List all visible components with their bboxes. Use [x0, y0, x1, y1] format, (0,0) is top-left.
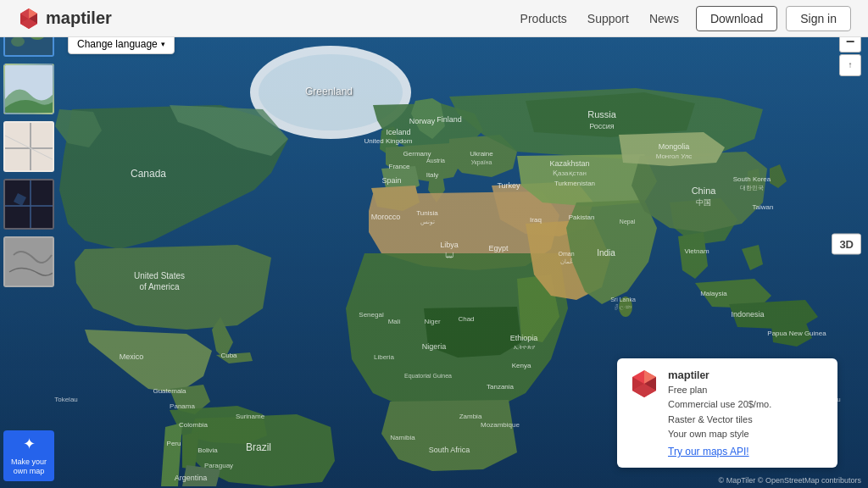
svg-text:Tanzania: Tanzania	[487, 383, 515, 391]
signin-button[interactable]: Sign in	[786, 6, 851, 31]
svg-text:Brazil: Brazil	[246, 441, 271, 453]
svg-text:Italy: Italy	[426, 171, 439, 179]
svg-text:Bolivia: Bolivia	[198, 446, 218, 454]
svg-text:Vietnam: Vietnam	[684, 247, 709, 255]
attribution: © MapTiler © OpenStreetMap contributors	[719, 476, 862, 485]
dropdown-arrow-icon: ▾	[161, 40, 165, 48]
svg-text:South Korea: South Korea	[733, 175, 771, 183]
svg-text:ኢትዮጵያ: ኢትዮጵያ	[514, 344, 536, 350]
svg-text:Pakistan: Pakistan	[569, 214, 595, 221]
3d-button[interactable]: 3D	[832, 234, 861, 255]
thumb-dark[interactable]	[3, 179, 54, 230]
svg-text:Iceland: Iceland	[386, 128, 410, 136]
svg-text:Senegal: Senegal	[359, 311, 384, 319]
info-features: Raster & Vector tiles	[668, 413, 771, 428]
svg-text:Suriname: Suriname	[236, 413, 265, 420]
svg-text:Russia: Russia	[587, 109, 617, 119]
make-map-icon: ✦	[23, 435, 36, 454]
svg-text:Panama: Panama	[170, 402, 195, 410]
info-style: Your own map style	[668, 427, 771, 442]
svg-text:Austria: Austria	[426, 158, 445, 164]
svg-text:Morocco: Morocco	[371, 213, 401, 221]
svg-text:Kenya: Kenya	[512, 362, 531, 369]
svg-text:Mali: Mali	[388, 318, 401, 325]
svg-text:South Africa: South Africa	[429, 446, 470, 454]
info-panel: maptiler Free plan Commercial use 20$/mo…	[617, 358, 837, 468]
svg-text:India: India	[597, 248, 615, 258]
svg-text:United States: United States	[134, 271, 185, 280]
svg-text:China: China	[692, 186, 717, 196]
svg-text:of America: of America	[139, 282, 180, 291]
svg-text:Taiwan: Taiwan	[753, 203, 774, 211]
svg-text:Mexico: Mexico	[120, 352, 144, 361]
header: maptiler Products Support News Download …	[0, 0, 868, 37]
try-api-link[interactable]: Try our maps API!	[668, 446, 771, 458]
info-panel-logo	[629, 369, 659, 399]
svg-text:ليبيا: ليبيا	[445, 252, 453, 259]
svg-text:Indonesia: Indonesia	[731, 310, 764, 319]
svg-text:Россия: Россия	[589, 122, 615, 130]
svg-text:Egypt: Egypt	[488, 244, 509, 252]
svg-text:Turkmenistan: Turkmenistan	[554, 180, 595, 187]
svg-rect-97	[5, 180, 54, 230]
svg-text:Liberia: Liberia	[374, 353, 395, 361]
svg-text:Namibia: Namibia	[390, 434, 415, 441]
svg-text:Guatemala: Guatemala	[153, 387, 186, 395]
compass-button[interactable]: ↑	[839, 54, 861, 76]
svg-text:Finland: Finland	[437, 115, 462, 124]
nav-products[interactable]: Products	[520, 12, 567, 25]
svg-text:Kazakhstan: Kazakhstan	[549, 159, 589, 168]
make-map-label: Make yourown map	[11, 458, 47, 477]
svg-text:Germany: Germany	[403, 150, 431, 158]
svg-text:تونس: تونس	[420, 219, 435, 225]
svg-text:Libya: Libya	[440, 241, 459, 249]
thumb-grey[interactable]	[3, 236, 54, 287]
info-free-plan: Free plan	[668, 383, 771, 398]
svg-text:Spain: Spain	[381, 176, 401, 185]
svg-text:Sri Lanka: Sri Lanka	[610, 297, 636, 302]
svg-rect-100	[5, 238, 54, 287]
svg-text:Canada: Canada	[131, 168, 166, 180]
logo-text: maptiler	[46, 8, 112, 28]
svg-text:中国: 中国	[696, 198, 711, 207]
svg-text:Ethiopia: Ethiopia	[510, 334, 538, 342]
logo: maptiler	[17, 7, 112, 30]
svg-text:Iraq: Iraq	[530, 216, 542, 224]
svg-text:ශ්‍රී ලංකා: ශ්‍රී ලංකා	[614, 304, 632, 310]
svg-text:Монгол Улс: Монгол Улс	[656, 152, 693, 160]
svg-text:Nigeria: Nigeria	[422, 342, 447, 351]
svg-text:Cuba: Cuba	[220, 352, 237, 359]
svg-text:Malaysia: Malaysia	[700, 290, 727, 297]
svg-text:Tunisia: Tunisia	[416, 209, 438, 217]
svg-text:Ukraine: Ukraine	[470, 150, 493, 158]
svg-text:United Kingdom: United Kingdom	[364, 137, 413, 145]
svg-text:Mozambique: Mozambique	[481, 421, 520, 429]
svg-text:Mongolia: Mongolia	[659, 142, 690, 151]
nav-news[interactable]: News	[649, 12, 679, 25]
svg-text:Norway: Norway	[409, 117, 436, 125]
svg-text:Nepal: Nepal	[620, 219, 636, 225]
svg-text:대한민국: 대한민국	[740, 185, 764, 191]
svg-text:Greenland: Greenland	[305, 86, 353, 97]
nav-support[interactable]: Support	[587, 12, 629, 25]
svg-text:Argentina: Argentina	[175, 474, 208, 482]
svg-text:Oman: Oman	[558, 251, 574, 257]
make-map-button[interactable]: ✦ Make yourown map	[3, 430, 54, 481]
svg-text:عُمان: عُمان	[560, 258, 573, 265]
svg-text:Equatorial Guinea: Equatorial Guinea	[404, 373, 452, 380]
svg-text:Tokelau: Tokelau	[54, 396, 78, 403]
thumb-topo[interactable]	[3, 64, 54, 114]
svg-text:Peru: Peru	[167, 440, 181, 447]
svg-text:Chad: Chad	[458, 315, 474, 323]
svg-text:Zambia: Zambia	[459, 413, 482, 420]
svg-text:Colombia: Colombia	[179, 421, 208, 429]
svg-text:Paraguay: Paraguay	[204, 462, 233, 469]
sidebar: ✦ Make yourown map	[0, 0, 58, 488]
thumb-streets[interactable]	[3, 121, 54, 172]
info-panel-content: maptiler Free plan Commercial use 20$/mo…	[668, 369, 771, 458]
nav-links: Products Support News	[520, 12, 679, 25]
svg-text:Turkey: Turkey	[497, 181, 520, 190]
svg-text:Papua New Guinea: Papua New Guinea	[767, 330, 826, 337]
download-button[interactable]: Download	[696, 6, 777, 31]
svg-text:Україна: Україна	[471, 159, 492, 166]
